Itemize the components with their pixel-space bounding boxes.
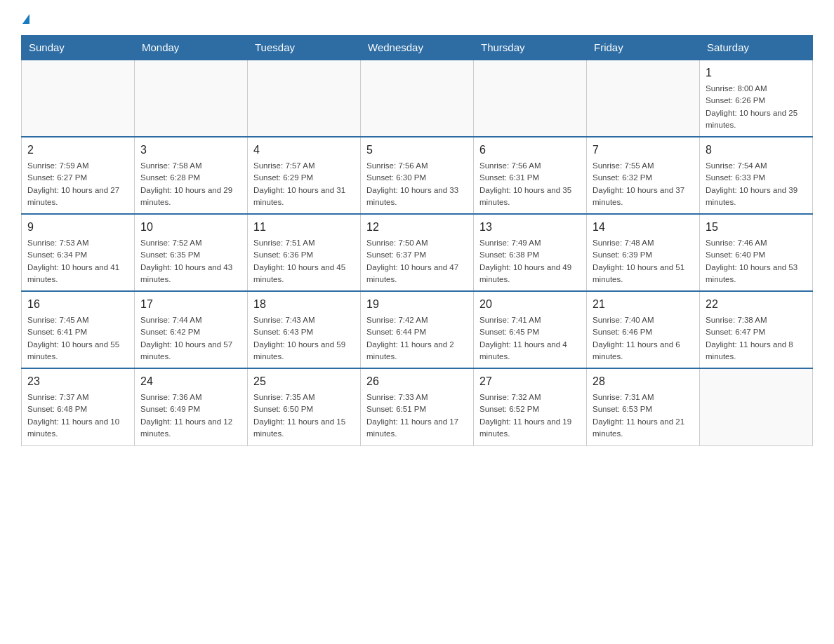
day-number: 18 <box>253 296 355 313</box>
weekday-header-row: SundayMondayTuesdayWednesdayThursdayFrid… <box>22 36 813 60</box>
day-number: 3 <box>140 142 241 159</box>
weekday-header-monday: Monday <box>135 36 248 60</box>
calendar-cell: 20Sunrise: 7:41 AMSunset: 6:45 PMDayligh… <box>474 291 587 368</box>
day-info: Sunrise: 7:58 AMSunset: 6:28 PMDaylight:… <box>140 160 241 208</box>
day-info: Sunrise: 7:31 AMSunset: 6:53 PMDaylight:… <box>593 391 694 440</box>
day-number: 19 <box>366 296 468 313</box>
day-number: 13 <box>479 219 581 236</box>
calendar-cell: 16Sunrise: 7:45 AMSunset: 6:41 PMDayligh… <box>22 291 135 368</box>
day-number: 27 <box>479 373 581 390</box>
day-info: Sunrise: 7:51 AMSunset: 6:36 PMDaylight:… <box>253 237 355 286</box>
day-number: 20 <box>479 296 581 313</box>
day-number: 1 <box>706 65 807 81</box>
day-info: Sunrise: 7:32 AMSunset: 6:52 PMDaylight:… <box>479 391 581 440</box>
week-row-2: 2Sunrise: 7:59 AMSunset: 6:27 PMDaylight… <box>22 137 813 214</box>
week-row-3: 9Sunrise: 7:53 AMSunset: 6:34 PMDaylight… <box>22 214 813 291</box>
day-number: 8 <box>706 142 807 159</box>
calendar-cell: 1Sunrise: 8:00 AMSunset: 6:26 PMDaylight… <box>700 60 813 137</box>
day-number: 4 <box>253 142 355 159</box>
day-info: Sunrise: 7:52 AMSunset: 6:35 PMDaylight:… <box>140 237 241 286</box>
calendar-cell: 22Sunrise: 7:38 AMSunset: 6:47 PMDayligh… <box>700 291 813 368</box>
calendar-cell: 14Sunrise: 7:48 AMSunset: 6:39 PMDayligh… <box>587 214 700 291</box>
calendar-cell: 25Sunrise: 7:35 AMSunset: 6:50 PMDayligh… <box>248 368 361 445</box>
calendar-cell: 12Sunrise: 7:50 AMSunset: 6:37 PMDayligh… <box>361 214 474 291</box>
day-info: Sunrise: 7:40 AMSunset: 6:46 PMDaylight:… <box>593 314 694 363</box>
day-number: 10 <box>140 219 241 236</box>
calendar-cell: 19Sunrise: 7:42 AMSunset: 6:44 PMDayligh… <box>361 291 474 368</box>
day-info: Sunrise: 7:38 AMSunset: 6:47 PMDaylight:… <box>706 314 807 363</box>
day-info: Sunrise: 7:43 AMSunset: 6:43 PMDaylight:… <box>253 314 355 363</box>
day-info: Sunrise: 7:35 AMSunset: 6:50 PMDaylight:… <box>253 391 355 440</box>
weekday-header-tuesday: Tuesday <box>248 36 361 60</box>
day-info: Sunrise: 7:59 AMSunset: 6:27 PMDaylight:… <box>27 160 128 208</box>
day-info: Sunrise: 7:56 AMSunset: 6:30 PMDaylight:… <box>366 160 468 208</box>
calendar-cell: 17Sunrise: 7:44 AMSunset: 6:42 PMDayligh… <box>135 291 248 368</box>
calendar-cell: 9Sunrise: 7:53 AMSunset: 6:34 PMDaylight… <box>22 214 135 291</box>
weekday-header-wednesday: Wednesday <box>361 36 474 60</box>
calendar-cell: 26Sunrise: 7:33 AMSunset: 6:51 PMDayligh… <box>361 368 474 445</box>
calendar-cell <box>474 60 587 137</box>
day-number: 16 <box>27 296 128 313</box>
day-number: 5 <box>366 142 468 159</box>
day-info: Sunrise: 7:46 AMSunset: 6:40 PMDaylight:… <box>706 237 807 286</box>
day-info: Sunrise: 7:55 AMSunset: 6:32 PMDaylight:… <box>593 160 694 208</box>
day-info: Sunrise: 7:44 AMSunset: 6:42 PMDaylight:… <box>140 314 241 363</box>
calendar-cell: 5Sunrise: 7:56 AMSunset: 6:30 PMDaylight… <box>361 137 474 214</box>
day-number: 24 <box>140 373 241 390</box>
day-info: Sunrise: 7:48 AMSunset: 6:39 PMDaylight:… <box>593 237 694 286</box>
calendar-cell <box>587 60 700 137</box>
page-header <box>21 14 813 24</box>
day-info: Sunrise: 8:00 AMSunset: 6:26 PMDaylight:… <box>706 83 807 131</box>
calendar-cell: 11Sunrise: 7:51 AMSunset: 6:36 PMDayligh… <box>248 214 361 291</box>
day-info: Sunrise: 7:57 AMSunset: 6:29 PMDaylight:… <box>253 160 355 208</box>
calendar-cell: 24Sunrise: 7:36 AMSunset: 6:49 PMDayligh… <box>135 368 248 445</box>
calendar-cell: 28Sunrise: 7:31 AMSunset: 6:53 PMDayligh… <box>587 368 700 445</box>
day-number: 17 <box>140 296 241 313</box>
weekday-header-thursday: Thursday <box>474 36 587 60</box>
day-number: 15 <box>706 219 807 236</box>
calendar-cell: 23Sunrise: 7:37 AMSunset: 6:48 PMDayligh… <box>22 368 135 445</box>
calendar-cell: 27Sunrise: 7:32 AMSunset: 6:52 PMDayligh… <box>474 368 587 445</box>
weekday-header-friday: Friday <box>587 36 700 60</box>
day-number: 25 <box>253 373 355 390</box>
calendar-cell: 15Sunrise: 7:46 AMSunset: 6:40 PMDayligh… <box>700 214 813 291</box>
day-info: Sunrise: 7:45 AMSunset: 6:41 PMDaylight:… <box>27 314 128 363</box>
day-info: Sunrise: 7:42 AMSunset: 6:44 PMDaylight:… <box>366 314 468 363</box>
calendar-cell: 4Sunrise: 7:57 AMSunset: 6:29 PMDaylight… <box>248 137 361 214</box>
week-row-5: 23Sunrise: 7:37 AMSunset: 6:48 PMDayligh… <box>22 368 813 445</box>
logo-arrow-icon <box>22 14 29 24</box>
weekday-header-sunday: Sunday <box>22 36 135 60</box>
day-number: 6 <box>479 142 581 159</box>
calendar-cell: 10Sunrise: 7:52 AMSunset: 6:35 PMDayligh… <box>135 214 248 291</box>
calendar-table: SundayMondayTuesdayWednesdayThursdayFrid… <box>21 35 813 446</box>
week-row-4: 16Sunrise: 7:45 AMSunset: 6:41 PMDayligh… <box>22 291 813 368</box>
day-number: 12 <box>366 219 468 236</box>
calendar-cell: 2Sunrise: 7:59 AMSunset: 6:27 PMDaylight… <box>22 137 135 214</box>
day-info: Sunrise: 7:36 AMSunset: 6:49 PMDaylight:… <box>140 391 241 440</box>
day-number: 7 <box>593 142 694 159</box>
day-info: Sunrise: 7:33 AMSunset: 6:51 PMDaylight:… <box>366 391 468 440</box>
day-info: Sunrise: 7:53 AMSunset: 6:34 PMDaylight:… <box>27 237 128 286</box>
day-number: 11 <box>253 219 355 236</box>
day-number: 2 <box>27 142 128 159</box>
calendar-cell: 6Sunrise: 7:56 AMSunset: 6:31 PMDaylight… <box>474 137 587 214</box>
day-number: 28 <box>593 373 694 390</box>
day-number: 26 <box>366 373 468 390</box>
calendar-cell <box>361 60 474 137</box>
day-info: Sunrise: 7:49 AMSunset: 6:38 PMDaylight:… <box>479 237 581 286</box>
calendar-cell: 7Sunrise: 7:55 AMSunset: 6:32 PMDaylight… <box>587 137 700 214</box>
day-number: 14 <box>593 219 694 236</box>
day-info: Sunrise: 7:50 AMSunset: 6:37 PMDaylight:… <box>366 237 468 286</box>
day-number: 21 <box>593 296 694 313</box>
calendar-cell <box>22 60 135 137</box>
calendar-cell: 18Sunrise: 7:43 AMSunset: 6:43 PMDayligh… <box>248 291 361 368</box>
weekday-header-saturday: Saturday <box>700 36 813 60</box>
calendar-cell <box>700 368 813 445</box>
calendar-cell <box>248 60 361 137</box>
day-info: Sunrise: 7:56 AMSunset: 6:31 PMDaylight:… <box>479 160 581 208</box>
logo <box>21 14 29 24</box>
calendar-cell: 13Sunrise: 7:49 AMSunset: 6:38 PMDayligh… <box>474 214 587 291</box>
week-row-1: 1Sunrise: 8:00 AMSunset: 6:26 PMDaylight… <box>22 60 813 137</box>
day-info: Sunrise: 7:54 AMSunset: 6:33 PMDaylight:… <box>706 160 807 208</box>
day-info: Sunrise: 7:41 AMSunset: 6:45 PMDaylight:… <box>479 314 581 363</box>
